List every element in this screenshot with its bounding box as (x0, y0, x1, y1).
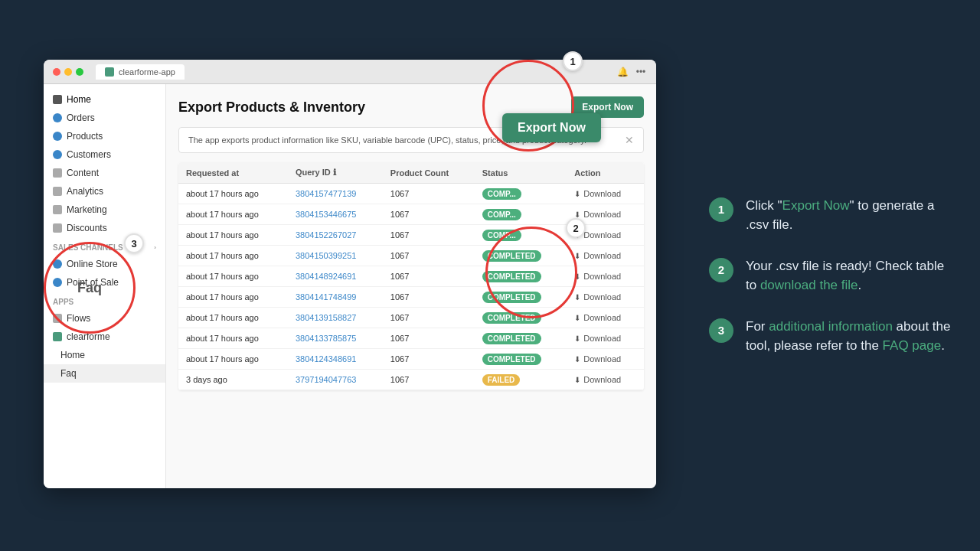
sidebar-item-clearforme[interactable]: clearforme (44, 328, 165, 346)
download-text: Download (583, 230, 621, 240)
sidebar-item-orders[interactable]: Orders (44, 109, 165, 127)
cell-requested-at: about 17 hours ago (178, 246, 288, 266)
cell-status: COMP... (475, 204, 567, 225)
page-header: Export Products & Inventory Export Now (178, 96, 644, 118)
cell-action[interactable]: ⬇ Download (567, 370, 644, 390)
table-row: 3 days ago 3797194047763 1067 FAILED ⬇ D… (178, 370, 644, 390)
cell-product-count: 1067 (383, 204, 475, 225)
close-dot[interactable] (53, 68, 60, 76)
tab-label: clearforme-app (119, 67, 175, 77)
sidebar-item-app-home[interactable]: Home (44, 346, 165, 364)
browser-window: clearforme-app 🔔 ••• Home Orders (44, 60, 656, 488)
cell-status: COMPLETED (475, 266, 567, 287)
download-text: Download (583, 334, 621, 343)
sidebar-item-flows[interactable]: Flows (44, 309, 165, 328)
sidebar-item-content[interactable]: Content (44, 164, 165, 182)
sidebar-item-products[interactable]: Products (44, 127, 165, 145)
info-bar: The app exports product information like… (178, 127, 644, 153)
cell-requested-at: about 17 hours ago (178, 287, 288, 308)
download-button[interactable]: ⬇ Download (574, 210, 636, 219)
close-info-button[interactable]: ✕ (625, 134, 634, 146)
sidebar-label-home: Home (67, 94, 91, 105)
cell-query-id: 3804152267027 (288, 225, 383, 246)
sidebar-item-analytics[interactable]: Analytics (44, 182, 165, 201)
orders-icon (53, 113, 62, 122)
browser-tab[interactable]: clearforme-app (96, 64, 185, 80)
cell-requested-at: about 17 hours ago (178, 266, 288, 287)
sidebar-item-faq[interactable]: Faq (44, 364, 165, 383)
online-store-icon (53, 259, 62, 269)
sidebar-item-home[interactable]: Home (44, 90, 165, 109)
download-icon: ⬇ (574, 293, 580, 302)
sidebar-item-online-store[interactable]: Online Store (44, 255, 165, 273)
content-icon (53, 168, 62, 178)
customers-icon (53, 150, 62, 159)
status-badge: COMPLETED (482, 312, 541, 324)
cell-action[interactable]: ⬇ Download (567, 266, 644, 287)
cell-requested-at: about 17 hours ago (178, 328, 288, 349)
download-button[interactable]: ⬇ Download (574, 292, 636, 302)
sidebar-item-customers[interactable]: Customers (44, 145, 165, 164)
cell-action[interactable]: ⬇ Download (567, 308, 644, 328)
sidebar-item-marketing[interactable]: Marketing (44, 201, 165, 219)
col-requested-at: Requested at (178, 162, 288, 184)
sidebar-item-pos[interactable]: Point of Sale (44, 273, 165, 292)
table-row: about 17 hours ago 3804148924691 1067 CO… (178, 266, 644, 287)
instruction-number-2: 2 (709, 258, 733, 282)
apps-section: Apps (44, 292, 165, 309)
cell-action[interactable]: ⬇ Download (567, 246, 644, 266)
status-badge: FAILED (482, 374, 521, 386)
cell-action[interactable]: ⬇ Download (567, 287, 644, 308)
cell-status: COMPLETED (475, 308, 567, 328)
download-icon: ⬇ (574, 231, 580, 240)
download-button[interactable]: ⬇ Download (574, 375, 636, 384)
download-button[interactable]: ⬇ Download (574, 272, 636, 281)
download-text: Download (583, 189, 621, 198)
sidebar-label-marketing: Marketing (67, 204, 107, 215)
sidebar-label-flows: Flows (67, 313, 90, 324)
sidebar-item-discounts[interactable]: Discounts (44, 219, 165, 237)
cell-status: COMPLETED (475, 328, 567, 349)
download-button[interactable]: ⬇ Download (574, 313, 636, 322)
bell-icon[interactable]: 🔔 (616, 66, 629, 78)
maximize-dot[interactable] (76, 68, 83, 76)
cell-status: COMP... (475, 225, 567, 246)
table-row: about 17 hours ago 3804150399251 1067 CO… (178, 246, 644, 266)
download-button[interactable]: ⬇ Download (574, 189, 636, 198)
cell-query-id: 3804141748499 (288, 287, 383, 308)
download-icon: ⬇ (574, 314, 580, 322)
download-button[interactable]: ⬇ Download (574, 230, 636, 240)
cell-status: COMP... (475, 184, 567, 204)
instructions-panel: 1 Click "Export Now" to generate a .csv … (681, 0, 980, 551)
cell-requested-at: about 17 hours ago (178, 204, 288, 225)
cell-action[interactable]: ⬇ Download (567, 225, 644, 246)
download-button[interactable]: ⬇ Download (574, 334, 636, 343)
table-row: about 17 hours ago 3804124348691 1067 CO… (178, 349, 644, 370)
cell-action[interactable]: ⬇ Download (567, 204, 644, 225)
cell-query-id: 3804124348691 (288, 349, 383, 370)
cell-requested-at: about 17 hours ago (178, 349, 288, 370)
additional-info-highlight: additional information (769, 319, 893, 334)
cell-action[interactable]: ⬇ Download (567, 349, 644, 370)
status-badge: COMP... (482, 209, 521, 220)
cell-action[interactable]: ⬇ Download (567, 328, 644, 349)
main-container: clearforme-app 🔔 ••• Home Orders (0, 0, 980, 551)
export-now-button[interactable]: Export Now (571, 96, 644, 118)
analytics-icon (53, 187, 62, 196)
more-icon[interactable]: ••• (635, 66, 647, 78)
download-button[interactable]: ⬇ Download (574, 354, 636, 364)
clearforme-icon (53, 332, 62, 341)
status-badge: COMP... (482, 188, 521, 200)
info-text: The app exports product information like… (188, 135, 586, 145)
col-action: Action (567, 162, 644, 184)
cell-action[interactable]: ⬇ Download (567, 184, 644, 204)
flows-icon (53, 314, 62, 323)
minimize-dot[interactable] (64, 68, 72, 76)
sidebar-label-faq: Faq (60, 368, 77, 379)
download-button[interactable]: ⬇ Download (574, 251, 636, 260)
cell-status: FAILED (475, 370, 567, 390)
sidebar-label-clearforme: clearforme (67, 331, 110, 342)
download-highlight: download the file (760, 278, 858, 292)
download-icon: ⬇ (574, 252, 580, 260)
cell-status: COMPLETED (475, 246, 567, 266)
